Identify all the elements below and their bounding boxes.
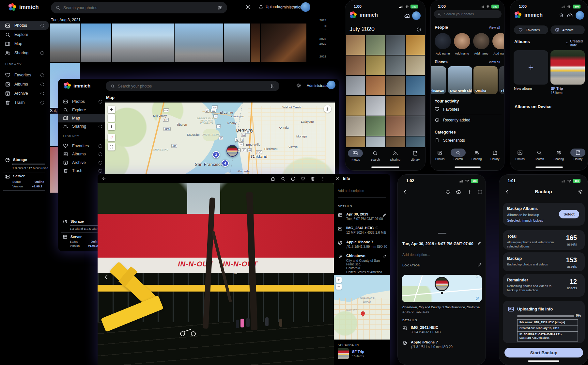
map-zoom-in-button[interactable]: [336, 277, 342, 283]
album-link-sf-trip[interactable]: SF Trip 15 items: [338, 348, 364, 359]
new-album-tile[interactable]: [514, 50, 548, 85]
sidebar-item-map[interactable]: Map: [58, 114, 107, 122]
nav-sharing[interactable]: Sharing: [385, 149, 405, 161]
recently-added-row[interactable]: Recently added: [443, 118, 470, 122]
close-icon[interactable]: [335, 176, 340, 181]
photo-tile[interactable]: [366, 136, 385, 147]
search-bar[interactable]: [51, 2, 227, 13]
user-avatar[interactable]: [576, 11, 584, 20]
sidebar-item-trash[interactable]: Trash: [58, 167, 107, 175]
places-view-all-link[interactable]: View all: [489, 60, 500, 64]
timeline-scrubber[interactable]: 2024 –––– 2023 2022 –– 2021: [303, 18, 326, 58]
upload-button[interactable]: Upload: [258, 4, 278, 9]
search-bar[interactable]: [106, 81, 279, 91]
photo-tile[interactable]: [386, 116, 405, 136]
nav-library[interactable]: Library: [568, 149, 588, 161]
edit-date-pencil-icon[interactable]: [382, 213, 387, 217]
settings-gear-icon[interactable]: [578, 189, 583, 195]
person-face[interactable]: [473, 33, 489, 49]
location-map[interactable]: Rd - San Francisco F: [402, 275, 482, 302]
photo-tile[interactable]: [406, 136, 425, 147]
map-zoom-out-button[interactable]: [336, 284, 342, 290]
sidebar-item-photos[interactable]: Photos: [58, 97, 107, 106]
photo-tile[interactable]: [366, 96, 385, 116]
photo-tile[interactable]: [346, 56, 365, 75]
favorites-button[interactable]: Favorites: [514, 25, 548, 34]
drag-handle[interactable]: [438, 233, 446, 234]
photo-tile[interactable]: [406, 35, 425, 55]
zoom-icon[interactable]: [281, 176, 286, 181]
sidebar-item-albums[interactable]: Albums: [58, 150, 107, 158]
map-fullscreen-button[interactable]: [108, 143, 115, 151]
info-icon[interactable]: [477, 189, 483, 195]
sidebar-item-albums[interactable]: Albums: [0, 80, 49, 89]
archive-button[interactable]: Archive: [550, 25, 585, 34]
sidebar-item-sharing[interactable]: Sharing: [58, 122, 107, 131]
sidebar-item-explore[interactable]: Explore: [0, 30, 49, 39]
search-input[interactable]: [63, 6, 214, 10]
theme-toggle-sun-icon[interactable]: [245, 4, 251, 10]
favorite-heart-icon[interactable]: [445, 189, 451, 195]
search-filter-icon[interactable]: [217, 5, 223, 10]
sidebar-item-map[interactable]: Map: [0, 39, 49, 48]
photo-thumbnail[interactable]: [251, 24, 260, 62]
back-arrow-icon[interactable]: [101, 176, 106, 181]
edit-location-pencil-icon[interactable]: [477, 262, 482, 267]
photo-tile[interactable]: [366, 76, 385, 95]
sidebar-item-favorites[interactable]: Favorites: [58, 142, 107, 150]
user-avatar[interactable]: [327, 81, 335, 89]
photo-tile[interactable]: [406, 56, 425, 75]
add-name-label[interactable]: Add name: [434, 52, 452, 55]
info-circle-icon[interactable]: [375, 226, 379, 230]
delete-trash-icon[interactable]: [310, 176, 315, 181]
map-compass-button[interactable]: [108, 123, 115, 130]
screenshots-row[interactable]: Screenshots: [443, 138, 465, 143]
nav-photos[interactable]: Photos: [510, 149, 530, 161]
sidebar-item-sharing[interactable]: Sharing: [0, 48, 49, 57]
photo-thumbnail[interactable]: [50, 24, 80, 62]
map-zoom-in-button[interactable]: [108, 106, 115, 113]
photo-pin-marker[interactable]: [435, 277, 449, 291]
select-all-check-icon[interactable]: [416, 27, 421, 32]
select-button[interactable]: Select: [559, 210, 579, 218]
trash-icon[interactable]: [559, 13, 564, 18]
add-plus-icon[interactable]: [467, 189, 472, 195]
app-logo[interactable]: immich: [64, 82, 91, 89]
nav-photos[interactable]: Photos: [345, 149, 365, 161]
person-face[interactable]: [435, 33, 451, 49]
photo-thumbnail[interactable]: [224, 24, 250, 62]
photo-tile[interactable]: [346, 136, 365, 147]
photo-tile[interactable]: [346, 35, 365, 55]
nav-search[interactable]: Search: [365, 149, 385, 161]
nav-photos[interactable]: Photos: [431, 149, 449, 161]
photo-tile[interactable]: [406, 116, 425, 136]
photo-thumbnail[interactable]: [112, 24, 174, 62]
place-tile[interactable]: Omaha: [473, 66, 498, 94]
photo-tile[interactable]: [386, 96, 405, 116]
search-input[interactable]: [444, 12, 498, 16]
photo-tile[interactable]: [346, 76, 365, 95]
description-input[interactable]: [402, 253, 468, 257]
info-map[interactable]: FISHERMAN'S WHARF Beach Street: [334, 275, 390, 340]
photo-tile[interactable]: [346, 116, 365, 136]
info-icon[interactable]: [291, 176, 296, 181]
map-cluster-marker[interactable]: 3: [212, 151, 220, 158]
photo-tile[interactable]: [386, 76, 405, 95]
photo-main-innout[interactable]: IN-N-OUT IN-N-OUT 333: [98, 183, 334, 365]
nav-sharing[interactable]: Sharing: [468, 149, 486, 161]
place-tile[interactable]: Pi: [499, 66, 504, 94]
sidebar-item-archive[interactable]: Archive: [58, 158, 107, 167]
map-settings-gear-icon[interactable]: [324, 105, 331, 113]
nav-library[interactable]: Library: [405, 149, 425, 161]
photo-tile[interactable]: [366, 116, 385, 136]
photo-tile[interactable]: [386, 56, 405, 75]
map-cluster-marker[interactable]: 4: [222, 160, 229, 167]
previous-photo-chevron[interactable]: [103, 274, 110, 281]
map-photo-marker[interactable]: [226, 145, 238, 157]
sidebar-item-favorites[interactable]: Favorites: [0, 71, 49, 80]
sync-cloud-icon[interactable]: [567, 12, 573, 19]
search-filter-icon[interactable]: [270, 84, 275, 88]
description-input[interactable]: [338, 189, 386, 193]
back-chevron-icon[interactable]: [402, 189, 408, 195]
nav-library[interactable]: Library: [486, 149, 504, 161]
